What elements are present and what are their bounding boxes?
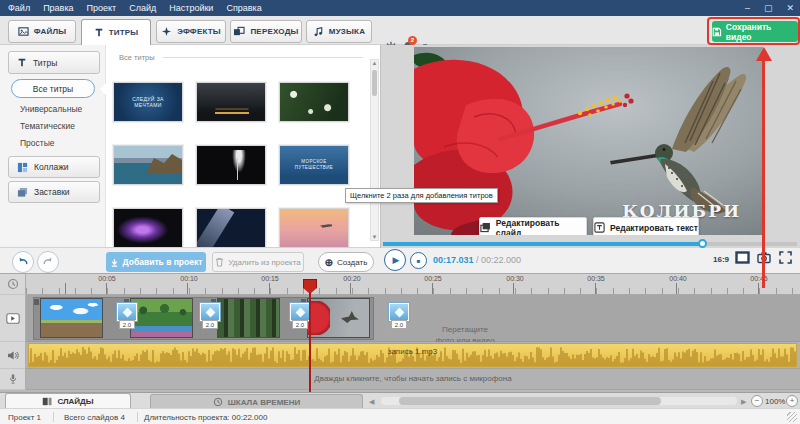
scroll-left-icon[interactable]: ◀ [369,397,374,406]
time-separator: / [474,255,482,265]
tab-files-label: ФАЙЛЫ [34,27,67,36]
transition-icon [200,303,220,321]
transition-1[interactable]: 2.0 [117,303,137,329]
transition-2[interactable]: 2.0 [200,303,220,329]
edit-slide-button[interactable]: Редактировать слайд [479,217,587,235]
play-icon: ▶ [393,255,400,265]
mic-track[interactable]: Дважды кликните, чтобы начать запись с м… [26,369,800,390]
title-template-flower-dark[interactable] [196,145,266,185]
redo-button[interactable] [37,251,59,273]
down-arrow-icon [110,258,119,267]
filter-simple[interactable]: Простые [20,138,55,148]
scrollbar-thumb[interactable] [372,70,377,96]
tab-slides-view[interactable]: СЛАЙДЫ [5,393,131,409]
title-template-dream[interactable]: СЛЕДУЙ ЗА МЕЧТАМИ [113,82,183,122]
filter-thematic[interactable]: Тематические [20,121,75,131]
menu-edit[interactable]: Правка [43,3,73,13]
undo-button[interactable] [12,251,34,273]
tab-effects-label: ЭФФЕКТЫ [177,27,221,36]
create-button[interactable]: ⊕ Создать [318,252,374,272]
tab-titles[interactable]: ТИТРЫ [81,19,151,46]
horizontal-scroll-thumb[interactable] [399,397,661,405]
scroll-up-icon[interactable]: ▲ [371,60,378,66]
remove-from-project-button[interactable]: Удалить из проекта [212,252,304,272]
save-video-button[interactable]: Сохранить видео [712,21,798,42]
transition-icon [290,303,310,321]
intros-button[interactable]: Заставки [8,181,100,203]
filter-all-titles-label: Все титры [33,84,73,94]
notification-badge: 2 [408,36,417,45]
tab-timeline-view[interactable]: ШКАЛА ВРЕМЕНИ [150,394,363,409]
zoom-out-button[interactable]: − [751,395,763,407]
timeline-slide-2[interactable] [130,298,193,338]
photo-icon [18,26,29,37]
audio-track: запись 1.mp3 [26,342,800,369]
title-template-sea-voyage[interactable]: МОРСКОЕ ПУТЕШЕСТВИЕ [279,145,349,185]
seekbar[interactable] [383,242,797,246]
playhead-line [309,280,311,392]
title-template-coast[interactable] [113,145,183,185]
video-track-icon [6,313,20,324]
play-button[interactable]: ▶ [384,249,406,271]
slide-handle [34,299,39,305]
library-scrollbar[interactable]: ▲ ▼ [370,59,379,241]
add-to-project-button[interactable]: Добавить в проект [106,252,206,272]
ribbon: ФАЙЛЫ ТИТРЫ ЭФФЕКТЫ ПЕРЕХОДЫ МУЗЫКА 2 [0,16,800,45]
fullscreen-icon[interactable] [779,251,792,264]
ruler-label: 00:25 [424,275,442,282]
tab-files[interactable]: ФАЙЛЫ [8,20,76,43]
tab-slides-label: СЛАЙДЫ [57,397,93,406]
video-preview[interactable]: КОЛИБРИ Редактировать слайд Редактироват… [414,47,763,235]
close-button[interactable]: ✕ [786,0,794,16]
clock-icon [7,278,19,290]
status-bar: Проект 1 Всего слайдов 4 Длительность пр… [0,408,800,424]
music-note-icon [313,26,324,37]
audio-clip[interactable]: запись 1.mp3 [28,343,797,367]
scroll-down-icon[interactable]: ▼ [371,234,378,240]
maximize-button[interactable]: ▢ [764,0,773,16]
collage-icon [17,162,28,173]
tooltip: Щелкните 2 раза для добавления титров [345,188,498,203]
filter-universal[interactable]: Универсальные [20,104,82,114]
ruler-label: 00:40 [669,275,687,282]
title-template-purple-smoke[interactable] [113,208,183,248]
tab-transitions[interactable]: ПЕРЕХОДЫ [230,20,302,43]
transition-duration: 2.0 [202,320,218,329]
horizontal-scrollbar[interactable] [381,397,737,405]
menu-file[interactable]: Файл [8,3,30,13]
zoom-in-button[interactable]: + [786,395,798,407]
ruler-label: 00:20 [343,275,361,282]
filter-all-titles[interactable]: Все титры [11,79,95,98]
letterbox-icon[interactable] [735,251,750,264]
seekbar-handle[interactable] [698,239,707,248]
title-template-night-city[interactable] [196,82,266,122]
menu-slide[interactable]: Слайд [129,3,156,13]
timeline-slide-3[interactable] [217,298,280,338]
timeline-slide-4[interactable] [307,298,370,338]
resize-grip[interactable] [787,412,797,422]
stop-button[interactable]: ■ [410,252,427,269]
tab-music[interactable]: МУЗЫКА [306,20,372,43]
library-header: Все титры [119,53,155,62]
edit-text-button[interactable]: Редактировать текст [593,217,699,235]
collages-label: Коллажи [34,162,69,172]
minimize-button[interactable]: – [745,0,750,16]
menubar: Файл Правка Проект Слайд Настройки Справ… [0,3,262,13]
title-template-spotlight[interactable] [196,208,266,248]
menu-project[interactable]: Проект [87,3,117,13]
menu-settings[interactable]: Настройки [169,3,213,13]
mic-hint: Дважды кликните, чтобы начать запись с м… [26,374,800,383]
title-template-snowdrops[interactable] [279,82,349,122]
collages-button[interactable]: Коллажи [8,156,100,178]
timeline-slide-1[interactable] [40,298,103,338]
titles-section-button[interactable]: Титры [8,51,100,74]
transition-3[interactable]: 2.0 [290,303,310,329]
tab-effects[interactable]: ЭФФЕКТЫ [156,20,226,43]
video-track[interactable]: 2.0 2.0 2.0 2.0 Перетащите фото или виде… [26,295,800,342]
title-template-sunset-plane[interactable] [279,208,349,248]
menu-help[interactable]: Справка [226,3,261,13]
transition-4[interactable]: 2.0 [389,303,409,329]
time-ruler[interactable]: 00:05 00:10 00:15 00:20 00:25 00:30 00:3… [26,274,800,295]
tab-transitions-label: ПЕРЕХОДЫ [250,27,298,36]
scroll-right-icon[interactable]: ▶ [741,397,746,406]
